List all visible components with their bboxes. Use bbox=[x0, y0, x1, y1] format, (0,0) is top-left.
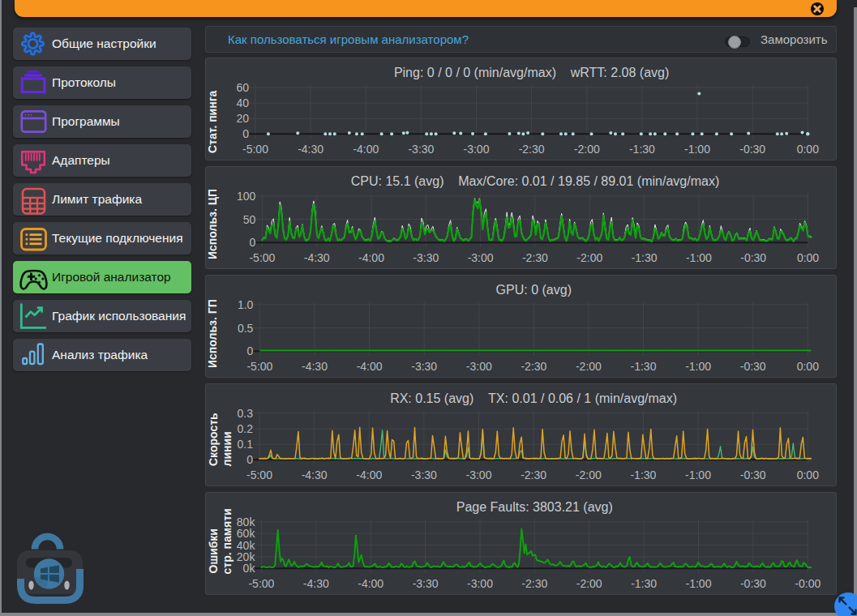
svg-text:0: 0 bbox=[246, 453, 253, 466]
svg-text:линии: линии bbox=[221, 431, 234, 466]
svg-text:-1:00: -1:00 bbox=[686, 577, 712, 590]
svg-text:Использ. ГП: Использ. ГП bbox=[206, 299, 219, 368]
svg-text:-2:00: -2:00 bbox=[576, 251, 602, 264]
svg-text:-4:00: -4:00 bbox=[356, 468, 382, 481]
svg-text:-1:00: -1:00 bbox=[685, 468, 711, 481]
svg-text:-5:00: -5:00 bbox=[246, 360, 272, 373]
svg-text:-4:00: -4:00 bbox=[357, 360, 383, 373]
svg-text:-2:00: -2:00 bbox=[576, 360, 602, 373]
svg-text:-3:00: -3:00 bbox=[466, 468, 492, 481]
svg-text:GPU: 0 (avg): GPU: 0 (avg) bbox=[496, 283, 572, 297]
svg-text:-0:30: -0:30 bbox=[740, 577, 766, 590]
svg-text:-5:00: -5:00 bbox=[246, 468, 272, 481]
svg-text:-1:00: -1:00 bbox=[685, 360, 711, 373]
svg-text:0.5: 0.5 bbox=[238, 322, 254, 335]
svg-text:0:00: 0:00 bbox=[797, 143, 819, 156]
svg-text:0.2: 0.2 bbox=[238, 422, 254, 435]
svg-text:Ping: 0 / 0 / 0 (min/avg/max): Ping: 0 / 0 / 0 (min/avg/max) wRTT: 2.08… bbox=[394, 66, 669, 79]
svg-text:Использ. ЦП: Использ. ЦП bbox=[206, 189, 219, 259]
svg-text:RX: 0.15 (avg) TX: 0.01 / 0: RX: 0.15 (avg) TX: 0.01 / 0.06 / 1 (min/… bbox=[390, 391, 677, 405]
svg-text:0.3: 0.3 bbox=[238, 407, 254, 420]
svg-text:0: 0 bbox=[247, 344, 254, 357]
svg-text:-2:30: -2:30 bbox=[521, 577, 547, 590]
svg-text:60: 60 bbox=[236, 81, 249, 94]
svg-text:-1:30: -1:30 bbox=[629, 143, 655, 156]
svg-text:-2:00: -2:00 bbox=[576, 577, 602, 590]
svg-text:-4:30: -4:30 bbox=[298, 143, 324, 156]
svg-text:-3:30: -3:30 bbox=[411, 468, 437, 481]
svg-text:-2:30: -2:30 bbox=[522, 251, 548, 264]
svg-text:-1:30: -1:30 bbox=[632, 251, 658, 264]
svg-text:CPU: 15.1 (avg) Max/Core: 0: CPU: 15.1 (avg) Max/Core: 0.01 / 19.85 /… bbox=[351, 174, 719, 188]
svg-text:0k: 0k bbox=[243, 562, 256, 575]
svg-text:-3:30: -3:30 bbox=[411, 360, 437, 373]
svg-text:0: 0 bbox=[250, 236, 256, 249]
svg-text:-5:00: -5:00 bbox=[249, 251, 275, 264]
svg-text:-2:00: -2:00 bbox=[576, 468, 602, 481]
svg-text:-3:30: -3:30 bbox=[413, 251, 439, 264]
svg-text:-3:00: -3:00 bbox=[468, 251, 494, 264]
svg-text:-4:00: -4:00 bbox=[358, 251, 384, 264]
svg-text:40: 40 bbox=[236, 96, 249, 109]
svg-text:-2:00: -2:00 bbox=[574, 143, 600, 156]
svg-text:-1:00: -1:00 bbox=[684, 143, 710, 156]
svg-text:20: 20 bbox=[236, 112, 249, 125]
svg-text:-3:30: -3:30 bbox=[408, 143, 434, 156]
svg-text:-2:30: -2:30 bbox=[521, 468, 546, 481]
svg-text:-5:00: -5:00 bbox=[242, 143, 268, 156]
svg-text:Стат. пинга: Стат. пинга bbox=[206, 90, 219, 153]
svg-text:-4:00: -4:00 bbox=[353, 143, 379, 156]
svg-text:-0:30: -0:30 bbox=[740, 251, 766, 264]
svg-text:-0:30: -0:30 bbox=[740, 468, 766, 481]
svg-text:1.0: 1.0 bbox=[238, 298, 254, 311]
svg-text:100: 100 bbox=[237, 190, 256, 203]
svg-text:-0:30: -0:30 bbox=[740, 360, 766, 373]
svg-text:-0:30: -0:30 bbox=[739, 143, 765, 156]
svg-text:стр. памяти: стр. памяти bbox=[221, 508, 234, 574]
svg-text:-3:00: -3:00 bbox=[464, 143, 490, 156]
svg-text:-3:00: -3:00 bbox=[466, 360, 492, 373]
svg-text:-1:30: -1:30 bbox=[630, 468, 656, 481]
svg-text:Page Faults: 3803.21 (avg): Page Faults: 3803.21 (avg) bbox=[456, 500, 613, 514]
svg-text:-1:00: -1:00 bbox=[686, 251, 712, 264]
svg-text:-5:00: -5:00 bbox=[248, 577, 274, 590]
svg-text:-4:00: -4:00 bbox=[358, 577, 384, 590]
svg-text:-4:30: -4:30 bbox=[302, 360, 328, 373]
svg-text:0:00: 0:00 bbox=[797, 251, 819, 264]
svg-text:-4:30: -4:30 bbox=[304, 251, 330, 264]
svg-text:-1:30: -1:30 bbox=[631, 577, 657, 590]
svg-text:-3:00: -3:00 bbox=[467, 577, 493, 590]
svg-text:0:00: 0:00 bbox=[797, 468, 819, 481]
svg-text:0.1: 0.1 bbox=[238, 438, 254, 451]
svg-text:-2:30: -2:30 bbox=[521, 360, 546, 373]
svg-text:-4:30: -4:30 bbox=[302, 468, 328, 481]
svg-text:-1:30: -1:30 bbox=[631, 360, 657, 373]
svg-text:Скорость: Скорость bbox=[207, 413, 220, 466]
svg-text:Ошибки: Ошибки bbox=[207, 528, 220, 573]
svg-text:50: 50 bbox=[243, 213, 256, 226]
svg-text:-2:30: -2:30 bbox=[519, 143, 545, 156]
svg-text:-3:30: -3:30 bbox=[413, 577, 439, 590]
svg-text:-4:30: -4:30 bbox=[303, 577, 329, 590]
svg-text:0:00: 0:00 bbox=[797, 360, 819, 373]
svg-text:0: 0 bbox=[242, 127, 249, 140]
svg-text:-0:00: -0:00 bbox=[795, 577, 821, 590]
